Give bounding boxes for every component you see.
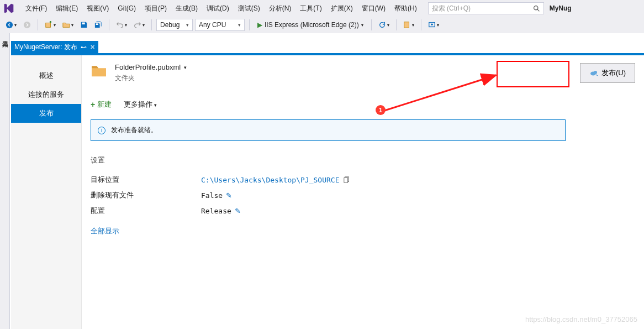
profile-type: 文件夹 [115, 74, 187, 83]
sidebar-item-overview[interactable]: 概述 [11, 66, 81, 85]
menu-analyze[interactable]: 分析(N) [265, 2, 296, 15]
open-button[interactable]: ▾ [60, 19, 76, 31]
setting-delete-existing: 删除现有文件 False ✎ [91, 187, 566, 203]
settings-title: 设置 [91, 155, 566, 165]
menu-tools[interactable]: 工具(T) [295, 2, 326, 15]
vs-logo-icon [2, 3, 18, 14]
svg-point-2 [6, 22, 13, 28]
live-share-button[interactable]: ▾ [426, 19, 441, 31]
document-tab[interactable]: MyNugetServer: 发布 ⊷ ✕ [11, 41, 98, 53]
folder-icon [91, 63, 107, 77]
menu-help[interactable]: 帮助(H) [390, 2, 421, 15]
info-icon: i [98, 127, 105, 134]
redo-button[interactable]: ▾ [131, 19, 147, 31]
svg-point-0 [534, 6, 537, 9]
menu-edit[interactable]: 编辑(E) [51, 2, 82, 15]
publish-main: FolderProfile.pubxml ▾ 文件夹 发布(U) + 新建 更多… [82, 55, 644, 329]
setting-value: False [201, 191, 223, 200]
search-input[interactable]: 搜索 (Ctrl+Q) [428, 2, 544, 14]
menu-test[interactable]: 测试(S) [234, 2, 265, 15]
profile-file-name[interactable]: FolderProfile.pubxml ▾ [115, 63, 187, 71]
menu-build[interactable]: 生成(B) [171, 2, 202, 15]
save-all-button[interactable] [92, 19, 104, 31]
edit-icon[interactable]: ✎ [226, 191, 232, 200]
status-message: 发布准备就绪。 [111, 126, 157, 135]
svg-rect-5 [82, 23, 85, 25]
run-button[interactable]: ▶ IIS Express (Microsoft Edge (2)) ▾ [254, 19, 367, 31]
play-icon: ▶ [257, 21, 262, 29]
toolbar: ▾ ▾ ▾ ▾ ▾ Debug Any CPU ▶ IIS Express (M… [0, 17, 644, 33]
menu-extensions[interactable]: 扩展(X) [326, 2, 357, 15]
setting-configuration: 配置 Release ✎ [91, 203, 566, 218]
sidebar-item-connected-services[interactable]: 连接的服务 [11, 85, 81, 104]
svg-rect-4 [46, 23, 51, 28]
setting-value-link[interactable]: C:\Users\Jacks\Desktop\PJ_SOURCE [201, 176, 339, 184]
svg-rect-6 [96, 23, 98, 25]
undo-button[interactable]: ▾ [114, 19, 129, 31]
browser-refresh-button[interactable]: ▾ [376, 19, 392, 31]
menubar: 文件(F) 编辑(E) 视图(V) Git(G) 项目(P) 生成(B) 调试(… [0, 0, 644, 17]
svg-point-9 [431, 23, 433, 25]
chevron-down-icon: ▾ [184, 65, 187, 70]
solution-name: MyNug [550, 4, 572, 12]
setting-label: 删除现有文件 [91, 190, 201, 200]
svg-point-11 [594, 71, 597, 74]
find-in-files-button[interactable]: ▾ [401, 19, 416, 31]
plus-icon: + [91, 100, 95, 109]
setting-target-location: 目标位置 C:\Users\Jacks\Desktop\PJ_SOURCE [91, 172, 566, 187]
status-box: i 发布准备就绪。 [91, 119, 566, 141]
svg-rect-7 [404, 22, 409, 28]
edit-icon[interactable]: ✎ [235, 207, 241, 215]
pin-icon[interactable]: ⊷ [81, 44, 87, 51]
nav-back-button[interactable]: ▾ [3, 19, 19, 31]
settings-section: 设置 目标位置 C:\Users\Jacks\Desktop\PJ_SOURCE… [91, 155, 566, 236]
left-vertical-tabs: 工具箱 [0, 33, 10, 329]
show-all-link[interactable]: 全部显示 [91, 226, 119, 236]
more-actions-button[interactable]: 更多操作 [124, 100, 157, 109]
new-project-button[interactable]: ▾ [43, 19, 58, 31]
setting-label: 配置 [91, 206, 201, 216]
nav-forward-button[interactable] [21, 19, 33, 31]
svg-line-1 [537, 9, 539, 11]
close-icon[interactable]: ✕ [90, 44, 95, 51]
copy-icon[interactable] [344, 176, 350, 183]
svg-point-3 [24, 22, 30, 28]
toolbox-tab[interactable]: 工具箱 [0, 33, 10, 40]
menu-project[interactable]: 项目(P) [140, 2, 171, 15]
search-placeholder: 搜索 (Ctrl+Q) [432, 4, 471, 13]
sidebar-item-publish[interactable]: 发布 [11, 104, 81, 123]
platform-combo[interactable]: Any CPU [195, 19, 245, 31]
menu-debug[interactable]: 调试(D) [202, 2, 234, 15]
search-icon [533, 5, 540, 12]
menu-file[interactable]: 文件(F) [21, 2, 51, 15]
document-tab-title: MyNugetServer: 发布 [14, 43, 77, 52]
save-button[interactable] [78, 19, 90, 31]
publish-sidebar: 概述 连接的服务 发布 [11, 55, 82, 329]
config-combo[interactable]: Debug [156, 19, 193, 31]
annotation-step-number: 1 [376, 105, 386, 115]
setting-value: Release [201, 207, 231, 215]
svg-rect-13 [344, 178, 348, 183]
menu-window[interactable]: 窗口(W) [357, 2, 390, 15]
watermark: https://blog.csdn.net/m0_37752065 [525, 315, 637, 323]
setting-label: 目标位置 [91, 175, 201, 185]
publish-page: 概述 连接的服务 发布 FolderProfile.pubxml ▾ 文件夹 发… [11, 55, 644, 329]
cloud-publish-icon [589, 69, 598, 77]
menu-view[interactable]: 视图(V) [82, 2, 113, 15]
menu-git[interactable]: Git(G) [113, 2, 140, 14]
new-profile-button[interactable]: + 新建 [91, 100, 112, 109]
publish-button[interactable]: 发布(U) [580, 63, 635, 83]
